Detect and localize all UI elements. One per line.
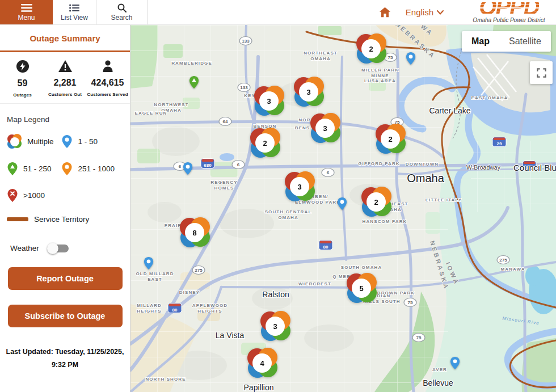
outage-summary-title: Outage Summary (0, 25, 130, 52)
tab-label: Menu (18, 14, 35, 22)
pin-red-icon (7, 188, 18, 203)
tab-bar: MenuList ViewSearch (0, 0, 148, 24)
stat-label: Outages (1, 92, 44, 98)
cluster-count: 3 (259, 91, 279, 111)
top-bar: MenuList ViewSearch English OPPD Omaha P… (0, 0, 556, 25)
pin-orange-icon (61, 162, 73, 176)
legend-item: 251 - 1000 (61, 162, 123, 176)
cluster-marker[interactable]: 5 (346, 272, 377, 304)
last-updated-line1: Last Updated: Tuesday, 11/25/2025, (0, 345, 130, 359)
cluster-marker[interactable]: 3 (293, 76, 325, 108)
hamburger-icon (21, 3, 32, 12)
stat-value: 2,281 (44, 78, 86, 88)
cluster-count: 5 (352, 279, 371, 298)
map-legend-title: Map Legend (7, 115, 123, 124)
cluster-count: 2 (381, 129, 400, 149)
oppd-logo[interactable]: OPPD Omaha Public Power District (466, 1, 551, 23)
green-outage-pin[interactable] (189, 75, 200, 90)
fullscreen-icon (537, 68, 546, 78)
cluster-marker[interactable]: 3 (284, 171, 315, 203)
fullscreen-button[interactable] (530, 61, 553, 84)
legend-label: Multiple (27, 137, 54, 146)
search-icon (117, 3, 127, 12)
cluster-marker[interactable]: 8 (179, 217, 210, 248)
cluster-marker[interactable]: 2 (360, 186, 392, 218)
legend-label: 251 - 1000 (78, 165, 115, 173)
cluster-marker[interactable]: 4 (246, 347, 278, 379)
cluster-count: 2 (361, 39, 381, 58)
cluster-count: 3 (315, 119, 335, 138)
language-label: English (406, 7, 433, 17)
home-icon[interactable] (379, 7, 391, 18)
cluster-count: 3 (266, 317, 285, 336)
oppd-logo-subtitle: Omaha Public Power District (466, 17, 551, 23)
sidebar: Outage Summary 59Outages2,281Customers O… (0, 25, 130, 392)
tab-menu[interactable]: Menu (0, 0, 53, 24)
language-selector[interactable]: English (406, 7, 444, 17)
map-legend: Map Legend Multiple1 - 5051 - 250251 - 1… (0, 104, 130, 224)
legend-item: 1 - 50 (61, 134, 123, 149)
chevron-down-icon (437, 10, 444, 15)
service-territory-label: Service Territory (34, 215, 89, 224)
cluster-marker[interactable]: 3 (259, 310, 291, 342)
cluster-marker[interactable]: 2 (249, 127, 281, 159)
blue-outage-pin[interactable] (406, 52, 416, 66)
map-type-control: Map Satellite (462, 31, 551, 52)
tab-list-view[interactable]: List View (53, 0, 96, 24)
weather-toggle[interactable] (48, 245, 69, 252)
blue-outage-pin[interactable] (337, 197, 348, 211)
bolt-icon (16, 65, 30, 75)
weather-label: Weather (10, 244, 39, 252)
legend-item: >1000 (7, 188, 60, 203)
legend-label: >1000 (23, 191, 45, 200)
stat-outages: 59Outages (1, 60, 44, 98)
cluster-count: 4 (252, 353, 272, 373)
weather-toggle-knob (47, 243, 58, 254)
map-type-satellite-button[interactable]: Satellite (499, 31, 551, 52)
oppd-logo-text: OPPD (479, 1, 538, 16)
pin-blue-icon (61, 134, 73, 149)
cluster-count: 8 (185, 223, 204, 242)
sidebar-buttons: Report OutageSubscribe to Outage (0, 267, 130, 327)
topbar-right: English OPPD Omaha Public Power District (379, 0, 556, 24)
legend-service-territory: Service Territory (7, 215, 123, 224)
legend-label: 1 - 50 (78, 137, 98, 146)
legend-label: 51 - 250 (23, 165, 52, 173)
map-type-map-button[interactable]: Map (462, 31, 499, 52)
person-icon (102, 65, 114, 74)
stat-value: 59 (1, 78, 44, 88)
subscribe-to-outage-button[interactable]: Subscribe to Outage (8, 305, 123, 327)
report-outage-button[interactable]: Report Outage (8, 267, 123, 290)
blue-outage-pin[interactable] (183, 162, 193, 176)
tab-label: List View (61, 14, 88, 22)
cluster-count: 3 (299, 82, 318, 102)
cluster-marker[interactable]: 3 (253, 85, 285, 117)
cluster-marker[interactable]: 3 (309, 112, 341, 144)
last-updated: Last Updated: Tuesday, 11/25/2025, 9:32 … (0, 345, 130, 371)
warning-icon (58, 65, 73, 74)
weather-row: Weather (0, 244, 130, 252)
blue-outage-pin[interactable] (144, 256, 154, 271)
pin-green-icon (7, 162, 18, 176)
last-updated-line2: 9:32 PM (0, 359, 130, 372)
stat-customers-out: 2,281Customers Out (44, 60, 86, 98)
legend-item: Multiple (7, 134, 60, 149)
marker-layer: 233322328534 (130, 25, 556, 392)
cluster-count: 2 (367, 192, 386, 212)
stat-label: Customers Out (44, 92, 86, 97)
cluster-count: 3 (290, 177, 309, 196)
tab-label: Search (111, 14, 132, 22)
legend-grid: Multiple1 - 5051 - 250251 - 1000>1000 (7, 134, 123, 203)
stat-customers-served: 424,615Customers Served (86, 60, 129, 98)
cluster-marker[interactable]: 2 (374, 123, 406, 155)
map-canvas[interactable]: 133133757564666680275275808029297575 NOR… (130, 25, 556, 392)
cluster-marker[interactable]: 2 (355, 33, 387, 65)
multi-ring-icon (7, 134, 22, 149)
stat-label: Customers Served (86, 92, 129, 97)
service-territory-swatch (7, 217, 28, 221)
legend-item: 51 - 250 (7, 162, 60, 176)
tab-search[interactable]: Search (96, 0, 148, 24)
cluster-count: 2 (255, 133, 275, 153)
stat-value: 424,615 (86, 78, 129, 88)
blue-outage-pin[interactable] (450, 356, 461, 370)
